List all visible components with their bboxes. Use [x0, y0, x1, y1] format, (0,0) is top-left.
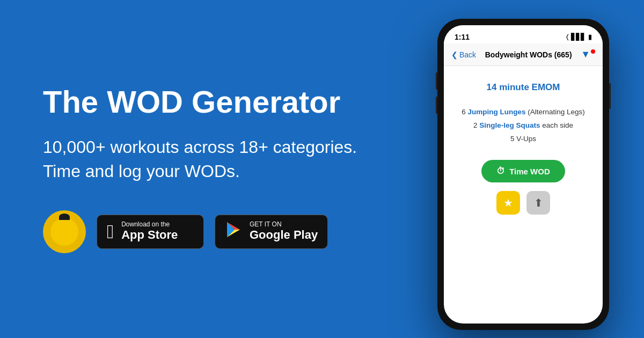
app-store-bottom-text: App Store — [121, 228, 178, 242]
exercise-2-count: 2 — [473, 121, 478, 129]
main-title: The WOD Generator — [43, 85, 386, 119]
exercise-item-1: 6 Jumping Lunges (Alternating Legs) — [462, 108, 585, 116]
app-store-badge[interactable]:  Download on the App Store — [97, 215, 204, 249]
filter-icon: ▼ — [581, 49, 595, 60]
app-icon-inner — [50, 218, 78, 246]
google-play-top-text: GET IT ON — [250, 221, 318, 228]
status-icons: 〈 ▋▋▋ ▮ — [566, 33, 592, 41]
phone-header: ❮ Back Bodyweight WODs (665) ▼ — [444, 43, 603, 66]
signal-icon: ▋▋▋ — [571, 33, 586, 41]
exercise-item-2: 2 Single-leg Squats each side — [473, 121, 573, 129]
time-wod-button[interactable]: ⏱ Time WOD — [481, 160, 565, 182]
status-bar: 1:11 〈 ▋▋▋ ▮ — [444, 25, 603, 43]
wifi-icon: 〈 — [566, 33, 568, 41]
exercise-3-name: V-Ups — [516, 135, 536, 143]
exercise-2-note: each side — [542, 121, 573, 129]
google-play-icon — [225, 221, 242, 243]
exercise-item-3: 5 V-Ups — [510, 135, 536, 143]
star-icon: ★ — [503, 196, 513, 209]
header-title: Bodyweight WODs (665) — [476, 50, 581, 59]
action-buttons: ★ ⬆ — [496, 191, 550, 215]
store-row:  Download on the App Store GET IT ON Go… — [43, 210, 386, 253]
google-play-bottom-text: Google Play — [250, 228, 318, 242]
exercise-3-count: 5 — [510, 135, 515, 143]
back-label: Back — [459, 50, 476, 59]
wod-type: 14 minute EMOM — [487, 82, 560, 93]
google-play-text: GET IT ON Google Play — [250, 221, 318, 242]
exercise-1-name: Jumping Lunges — [467, 108, 525, 116]
right-section: 1:11 〈 ▋▋▋ ▮ ❮ Back Bodyweight WODs (665… — [419, 8, 644, 330]
battery-icon: ▮ — [588, 33, 592, 41]
power-button — [609, 83, 611, 109]
favorite-button[interactable]: ★ — [496, 191, 520, 215]
phone-content: 14 minute EMOM 6 Jumping Lunges (Alterna… — [444, 66, 603, 324]
app-store-top-text: Download on the — [121, 221, 178, 228]
filter-button[interactable]: ▼ — [581, 49, 595, 60]
timer-icon: ⏱ — [496, 166, 505, 176]
app-icon-notch — [59, 214, 70, 220]
google-play-badge[interactable]: GET IT ON Google Play — [215, 215, 328, 249]
exercise-1-note: (Alternating Legs) — [528, 108, 585, 116]
time-wod-label: Time WOD — [509, 167, 550, 176]
chevron-left-icon: ❮ — [451, 50, 458, 59]
back-button[interactable]: ❮ Back — [451, 50, 476, 59]
app-store-text: Download on the App Store — [121, 221, 178, 242]
left-section: The WOD Generator 10,000+ workouts acros… — [0, 53, 419, 285]
volume-down-button — [436, 97, 437, 114]
exercise-list: 6 Jumping Lunges (Alternating Legs) 2 Si… — [455, 108, 592, 143]
wod-description: 14 minute — [487, 82, 529, 92]
wod-type-label: EMOM — [532, 82, 560, 92]
app-icon — [43, 210, 86, 253]
phone-frame: 1:11 〈 ▋▋▋ ▮ ❮ Back Bodyweight WODs (665… — [437, 19, 609, 330]
share-icon: ⬆ — [534, 196, 543, 209]
volume-up-button — [436, 72, 437, 90]
subtitle: 10,000+ workouts across 18+ categories. … — [43, 135, 386, 183]
apple-icon:  — [107, 221, 114, 243]
exercise-1-count: 6 — [462, 108, 466, 116]
phone-screen: 1:11 〈 ▋▋▋ ▮ ❮ Back Bodyweight WODs (665… — [444, 25, 603, 324]
share-button[interactable]: ⬆ — [526, 191, 550, 215]
status-time: 1:11 — [455, 33, 470, 41]
exercise-2-name: Single-leg Squats — [479, 121, 540, 129]
